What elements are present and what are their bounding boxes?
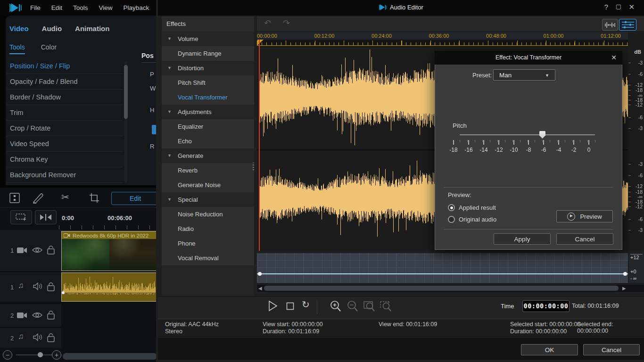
dialog-titlebar[interactable]: Effect: Vocal Transformer ✕ — [435, 51, 622, 65]
timeline-clip-titlebar[interactable]: Redwoods 8k 60p HDR in 2022 — [61, 231, 157, 239]
mixer-view-button[interactable] — [619, 19, 636, 31]
menu-item[interactable]: View — [99, 4, 113, 11]
play-button[interactable] — [268, 300, 278, 312]
timeline-zoom-in-button[interactable]: + — [52, 350, 61, 360]
stop-button[interactable] — [286, 302, 294, 310]
ok-button[interactable]: OK — [521, 344, 578, 355]
effects-list-item[interactable]: ▼ Special — [162, 192, 254, 207]
timeline-clip-thumbnails[interactable] — [61, 239, 157, 271]
editor-cancel-button[interactable]: Cancel — [583, 344, 640, 355]
radio-icon[interactable] — [448, 216, 455, 223]
tool-list-item[interactable]: Crop / Rotate — [7, 121, 123, 136]
dialog-close-icon[interactable]: ✕ — [611, 54, 617, 61]
envelope-keyframe-dot[interactable] — [258, 272, 262, 276]
eye-icon[interactable] — [32, 247, 42, 254]
tool-list-item[interactable]: Trim — [7, 105, 123, 121]
timeline-zoom-out-button[interactable]: − — [3, 350, 12, 360]
add-range-button[interactable] — [10, 210, 32, 224]
tool-list-item[interactable]: Video Speed — [7, 136, 123, 152]
design-pen-icon[interactable] — [32, 192, 45, 204]
effects-list-item[interactable]: ▼ Vocal Removal — [162, 251, 254, 265]
timeline-zoom-slider-track[interactable] — [16, 354, 53, 355]
tool-list-item[interactable]: Background Remover — [7, 167, 123, 183]
volume-envelope-line[interactable] — [257, 273, 628, 274]
playhead-line[interactable] — [259, 40, 260, 251]
effects-list-item[interactable]: ▼ Vocal Transformer — [162, 90, 254, 105]
screen: FileEditToolsViewPlayback VideoAudioAnim… — [0, 0, 644, 362]
tick-label: -14 — [477, 147, 490, 153]
crop-icon[interactable] — [89, 192, 100, 204]
lock-icon[interactable] — [47, 311, 55, 320]
menu-item[interactable]: File — [30, 4, 41, 11]
effects-scrollbar-thumb[interactable] — [253, 163, 254, 170]
audio-editor-titlebar[interactable]: Audio Editor ? ▢ ✕ — [158, 0, 644, 16]
redo-icon[interactable]: ↷ — [283, 18, 290, 28]
tool-list-item[interactable]: Position / Size / Flip — [7, 58, 123, 74]
tool-list-item[interactable]: Opacity / Fade / Blend — [7, 74, 123, 90]
zoom-in-button[interactable] — [330, 300, 341, 312]
panel-tab[interactable]: Audio — [42, 25, 62, 33]
panel-subtab[interactable]: Tools — [9, 43, 25, 54]
editor-ruler[interactable]: 00:00:0000:12:0000:24:0000:36:0000:48:00… — [257, 32, 621, 40]
timeline-audio-clip-waveform[interactable] — [61, 272, 157, 302]
loop-playback-button[interactable]: ↻ — [302, 299, 310, 310]
effects-list-item[interactable]: ▼ Phone — [162, 236, 254, 251]
preset-dropdown[interactable]: Man ▼ — [493, 69, 555, 81]
lock-icon[interactable] — [47, 246, 55, 255]
maximize-button[interactable]: ▢ — [616, 3, 621, 10]
editor-hscrollbar-thumb[interactable] — [264, 286, 619, 291]
zoom-fit-button[interactable] — [380, 300, 392, 312]
volume-envelope-strip[interactable] — [257, 253, 628, 283]
tool-list-item[interactable]: Border / Shadow — [7, 90, 123, 105]
timeline-hscrollbar[interactable] — [63, 353, 157, 360]
speaker-icon[interactable] — [33, 282, 42, 290]
radio-icon[interactable] — [448, 204, 455, 211]
effects-list-item[interactable]: ▼ Reverb — [162, 163, 254, 178]
pitch-slider-track[interactable] — [460, 134, 595, 135]
timeline-zoom-slider-handle[interactable] — [38, 352, 43, 357]
effects-list-item[interactable]: ▼ Distortion — [162, 61, 254, 75]
dialog-cancel-button[interactable]: Cancel — [556, 233, 613, 245]
radio-applied-result[interactable]: Applied result — [448, 204, 496, 211]
effects-list-item[interactable]: ▼ Radio — [162, 222, 254, 236]
effects-list-item[interactable]: ▼ Noise Reduction — [162, 207, 254, 222]
zoom-out-button[interactable] — [347, 300, 358, 312]
effects-list-item[interactable]: ▼ Generate Noise — [162, 178, 254, 192]
panel-subtab[interactable]: Color — [41, 43, 57, 54]
playhead-flag-marker[interactable] — [257, 40, 264, 45]
waveform-view-button[interactable] — [602, 19, 618, 31]
track-manager-icon[interactable] — [8, 192, 21, 204]
menu-item[interactable]: Tools — [73, 4, 88, 11]
undo-icon[interactable]: ↶ — [264, 18, 271, 28]
eye-icon[interactable] — [32, 312, 42, 319]
effects-list-item[interactable]: ▼ Dynamic Range Compression — [162, 46, 254, 61]
split-clip-button[interactable] — [35, 210, 57, 224]
effects-list-item[interactable]: ▼ Echo — [162, 134, 254, 148]
envelope-keyframe-dot[interactable] — [623, 272, 627, 276]
effects-list-item[interactable]: ▼ Pitch Shift — [162, 75, 254, 90]
preview-button[interactable]: Preview — [556, 210, 613, 222]
radio-original-audio[interactable]: Original audio — [448, 216, 496, 223]
speaker-icon[interactable] — [33, 333, 42, 341]
scroll-left-arrow[interactable]: ◀ — [258, 286, 262, 291]
tool-list-scrollbar-thumb[interactable] — [124, 65, 128, 119]
panel-tab[interactable]: Animation — [75, 25, 109, 33]
effects-list-item[interactable]: ▼ Equalizer — [162, 119, 254, 134]
help-button[interactable]: ? — [604, 3, 608, 11]
time-display[interactable]: 00:00:00:00 — [522, 300, 570, 312]
lock-icon[interactable] — [47, 282, 55, 291]
menu-item[interactable]: Edit — [51, 4, 62, 11]
scissors-icon[interactable]: ✂ — [61, 191, 69, 203]
menu-item[interactable]: Playback — [124, 4, 149, 11]
apply-button[interactable]: Apply — [494, 233, 551, 245]
scroll-right-arrow[interactable]: ▶ — [622, 286, 626, 291]
panel-tab[interactable]: Video — [9, 25, 29, 33]
effects-list-item[interactable]: ▼ Generate — [162, 148, 254, 163]
close-button[interactable]: ✕ — [628, 3, 635, 11]
lock-icon[interactable] — [47, 333, 55, 342]
edit-mode-button[interactable]: Edit — [111, 192, 159, 205]
effects-list-item[interactable]: ▼ Adjustments — [162, 105, 254, 119]
zoom-to-selection-button[interactable] — [363, 300, 376, 312]
effects-list-item[interactable]: ▼ Volume — [162, 32, 254, 46]
tool-list-item[interactable]: Chroma Key — [7, 152, 123, 167]
